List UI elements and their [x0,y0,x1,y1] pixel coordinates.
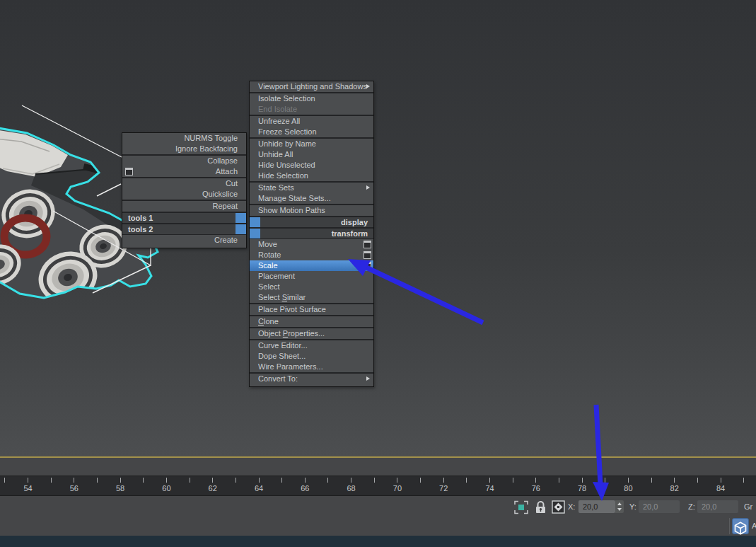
menu-item-end-isolate[interactable]: End Isolate [250,104,373,115]
track-bar[interactable] [0,458,756,476]
quad-title-tools-1[interactable]: tools 1 [122,212,246,224]
frame-number-label: 66 [301,484,309,493]
frame-number-label: 74 [485,484,494,493]
quad-corner-square[interactable] [235,213,246,223]
y-coordinate-label: Y: [629,502,636,511]
menu-item-state-sets[interactable]: State Sets [250,181,373,193]
status-bar: X: 20,0 Y: 20,0 Z: 20,0 Gr Ac [0,496,756,536]
menu-item-label: Unhide by Name [258,139,316,148]
menu-item-quickslice[interactable]: Quickslice [122,189,246,200]
menu-item-label: Curve Editor... [258,341,308,350]
menu-item-placement[interactable]: Placement [250,271,373,282]
frame-tick [28,478,28,483]
frame-tick [559,478,559,483]
frame-tick [166,478,167,483]
quad-corner-square[interactable] [250,229,260,238]
menu-item-attach[interactable]: Attach [122,166,246,177]
menu-item-label: Viewport Lighting and Shadows [258,82,367,91]
menu-item-ignore-backfacing[interactable]: Ignore Backfacing [122,144,246,154]
menu-item-label: Attach [216,167,238,175]
z-coordinate-label: Z: [688,502,695,511]
menu-item-hide-selection[interactable]: Hide Selection [250,171,373,181]
submenu-arrow-icon [366,84,370,88]
frame-tick [374,478,375,483]
settings-box-icon[interactable] [364,251,371,259]
viewport[interactable] [0,0,756,456]
menu-item-rotate[interactable]: Rotate [250,250,373,260]
menu-item-label: Show Motion Paths [258,206,325,214]
menu-item-label: Isolate Selection [258,94,315,103]
frame-number-label: 78 [578,484,586,493]
frame-tick [513,478,513,483]
settings-box-icon[interactable] [364,262,371,270]
frame-tick [651,478,652,483]
menu-item-select-similar[interactable]: Select Similar [250,292,373,303]
frame-tick [535,478,536,483]
settings-box-icon[interactable] [125,168,133,175]
status-separator [729,518,730,534]
menu-item-unhide-all[interactable]: Unhide All [250,149,373,160]
menu-item-freeze-selection[interactable]: Freeze Selection [250,127,373,137]
menu-item-nurms-toggle[interactable]: NURMS Toggle [122,133,246,144]
menu-item-label: Quickslice [202,190,238,198]
menu-item-select[interactable]: Select [250,282,373,292]
spinner-up-icon[interactable] [617,502,622,505]
cube-button[interactable] [732,518,749,534]
z-coordinate-field[interactable]: 20,0 [697,500,738,513]
menu-item-isolate-selection[interactable]: Isolate Selection [250,92,373,104]
menu-item-move[interactable]: Move [250,239,373,250]
frame-tick [489,478,490,483]
menu-item-show-motion-paths[interactable]: Show Motion Paths [250,204,373,216]
quad-title-display[interactable]: display [250,216,373,228]
spinner-down-icon[interactable] [617,508,622,511]
frame-tick [674,478,675,483]
frame-tick [235,478,236,483]
menu-item-dope-sheet[interactable]: Dope Sheet... [250,351,373,362]
x-coordinate-spinner[interactable] [615,500,624,513]
selection-lock-toggle-icon[interactable] [535,500,547,514]
submenu-arrow-icon [366,185,370,190]
menu-item-collapse[interactable]: Collapse [122,154,246,166]
menu-item-label: Collapse [207,156,238,165]
menu-item-label: Place Pivot Surface [258,305,326,313]
menu-item-scale[interactable]: Scale [250,260,373,271]
frame-tick [697,478,698,483]
menu-item-manage-state-sets[interactable]: Manage State Sets... [250,193,373,204]
quad-title-transform[interactable]: transform [250,228,373,239]
menu-item-unhide-by-name[interactable]: Unhide by Name [250,137,373,149]
quad-corner-square[interactable] [235,224,246,234]
x-coordinate-field[interactable]: 20,0 [578,500,615,513]
quad-title-tools-2[interactable]: tools 2 [122,224,246,235]
frame-number-label: 64 [255,484,263,493]
menu-item-convert-to[interactable]: Convert To: [250,372,373,384]
frame-tick [582,478,583,483]
menu-item-viewport-lighting-and-shadows[interactable]: Viewport Lighting and Shadows [250,81,373,92]
frame-tick [605,478,605,483]
absolute-mode-transform-typein-icon[interactable] [552,500,565,514]
menu-item-create[interactable]: Create [122,235,246,246]
frame-number-label: 80 [624,484,632,493]
menu-item-repeat[interactable]: Repeat [122,200,246,212]
frame-number-label: 58 [116,484,124,493]
menu-item-label: tools 1 [128,214,153,222]
quad-menu-right-panel: Viewport Lighting and ShadowsIsolate Sel… [249,81,374,387]
frame-tick [97,478,98,483]
settings-box-icon[interactable] [364,241,371,248]
menu-item-object-properties[interactable]: Object Properties... [250,327,373,339]
quad-corner-square[interactable] [250,217,260,227]
menu-item-clone[interactable]: Clone [250,315,373,327]
menu-item-cut[interactable]: Cut [122,177,246,189]
menu-item-place-pivot-surface[interactable]: Place Pivot Surface [250,303,373,315]
menu-item-unfreeze-all[interactable]: Unfreeze All [250,115,373,127]
timeline-ruler[interactable]: 54565860626466687072747678808284 [0,476,756,496]
menu-item-hide-unselected[interactable]: Hide Unselected [250,160,373,171]
bottom-listener-strip [0,536,756,547]
menu-item-label: Unfreeze All [258,117,300,125]
menu-item-curve-editor[interactable]: Curve Editor... [250,339,373,351]
isolate-selection-toggle-icon[interactable] [514,500,528,514]
corner-label-partial: Ac [752,522,756,530]
menu-item-wire-parameters[interactable]: Wire Parameters... [250,362,373,372]
menu-item-label: display [341,218,368,226]
y-coordinate-field[interactable]: 20,0 [639,500,680,513]
menu-item-label: End Isolate [258,105,297,113]
